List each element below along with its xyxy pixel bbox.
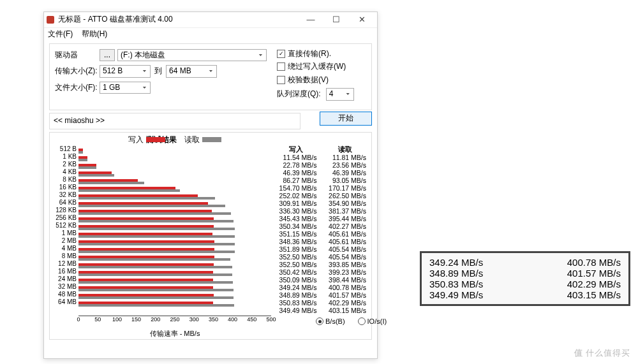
chart-bars xyxy=(78,147,271,316)
direct-io-checkbox[interactable]: ✓直接传输(R). xyxy=(277,49,366,59)
checkbox-icon xyxy=(277,76,285,84)
settings-group: 驱动器 ... (F:) 本地磁盘▼ 传输大小(Z): 512 B▼ 到 xyxy=(49,43,372,110)
drive-browse-button[interactable]: ... xyxy=(100,49,115,62)
app-icon xyxy=(47,16,54,24)
drive-select[interactable]: (F:) 本地磁盘▼ xyxy=(117,49,267,62)
app-window: 无标题 - ATTO 磁盘基准测试 4.00 — ☐ ✕ 文件(F) 帮助(H)… xyxy=(43,11,378,359)
checkbox-icon xyxy=(277,62,285,71)
menu-help[interactable]: 帮助(H) xyxy=(82,29,108,38)
drive-label: 驱动器 xyxy=(55,50,100,61)
window-title: 无标题 - ATTO 磁盘基准测试 4.00 xyxy=(58,15,298,25)
file-size-select[interactable]: 1 GB▼ xyxy=(100,82,151,94)
checkbox-checked-icon: ✓ xyxy=(277,50,285,58)
unit-bytes-radio[interactable]: B/s(B) xyxy=(316,317,345,326)
verify-checkbox[interactable]: 校验数据(V) xyxy=(277,75,366,85)
queue-depth-select[interactable]: 4▼ xyxy=(326,88,354,101)
queue-depth-label: 队列深度(Q): xyxy=(277,89,321,99)
chart-y-labels: 512 B1 KB2 KB4 KB8 KB16 KB32 KB64 KB128 … xyxy=(51,145,78,339)
transfer-size-label: 传输大小(Z): xyxy=(55,66,100,76)
menu-file[interactable]: 文件(F) xyxy=(48,29,73,38)
results-group: 测试结果 512 B1 KB2 KB4 KB8 KB16 KB32 KB64 K… xyxy=(49,132,372,340)
chevron-down-icon: ▼ xyxy=(345,92,351,97)
transfer-from-select[interactable]: 512 B▼ xyxy=(100,65,151,78)
radio-on-icon xyxy=(316,317,323,325)
radio-icon xyxy=(358,317,366,325)
chart-legend: 写入 读取 xyxy=(78,135,271,145)
close-button[interactable]: ✕ xyxy=(349,15,375,25)
maximize-button[interactable]: ☐ xyxy=(323,15,349,25)
chevron-down-icon: ▼ xyxy=(142,69,147,73)
to-label: 到 xyxy=(154,66,162,76)
menubar: 文件(F) 帮助(H) xyxy=(44,28,377,41)
minimize-button[interactable]: — xyxy=(298,15,323,25)
highlight-callout: 349.24 MB/s400.78 MB/s 348.89 MB/s401.57… xyxy=(420,251,630,306)
transfer-to-select[interactable]: 64 MB▼ xyxy=(166,65,217,78)
drive-value: (F:) 本地磁盘 xyxy=(121,50,165,61)
chevron-down-icon: ▼ xyxy=(142,85,147,90)
chart-x-axis: 050100150200250300350400450500 xyxy=(78,316,271,323)
bypass-cache-checkbox[interactable]: 绕过写入缓存(W) xyxy=(277,62,366,72)
unit-io-radio[interactable]: IO/s(I) xyxy=(358,317,387,326)
legend-write-swatch xyxy=(146,137,165,142)
chevron-down-icon: ▼ xyxy=(208,69,214,73)
legend-read-swatch xyxy=(202,137,221,142)
file-size-label: 文件大小(F): xyxy=(55,83,100,93)
chart-x-label: 传输速率 - MB/s xyxy=(78,329,271,338)
watermark: 值什么值得买 xyxy=(574,348,630,359)
status-bar: << miaoshu >> xyxy=(49,113,300,129)
titlebar[interactable]: 无标题 - ATTO 磁盘基准测试 4.00 — ☐ ✕ xyxy=(44,12,377,28)
values-table: 写入读取 11.54 MB/s11.81 MB/s22.78 MB/s23.56… xyxy=(271,145,370,339)
start-button[interactable]: 开始 xyxy=(320,112,372,126)
chevron-down-icon: ▼ xyxy=(258,53,263,57)
